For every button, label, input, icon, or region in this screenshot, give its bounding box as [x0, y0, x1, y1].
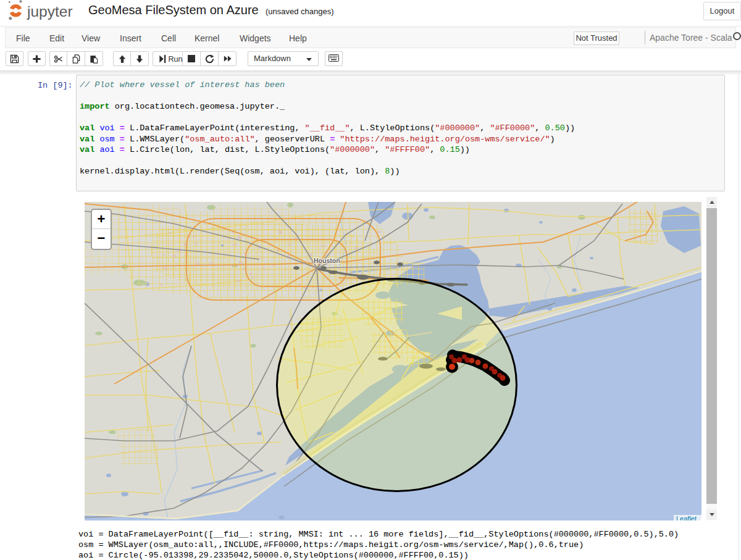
svg-text:Houston: Houston — [314, 257, 340, 264]
svg-text:Run: Run — [168, 55, 182, 64]
svg-text:jupyter: jupyter — [27, 3, 73, 20]
